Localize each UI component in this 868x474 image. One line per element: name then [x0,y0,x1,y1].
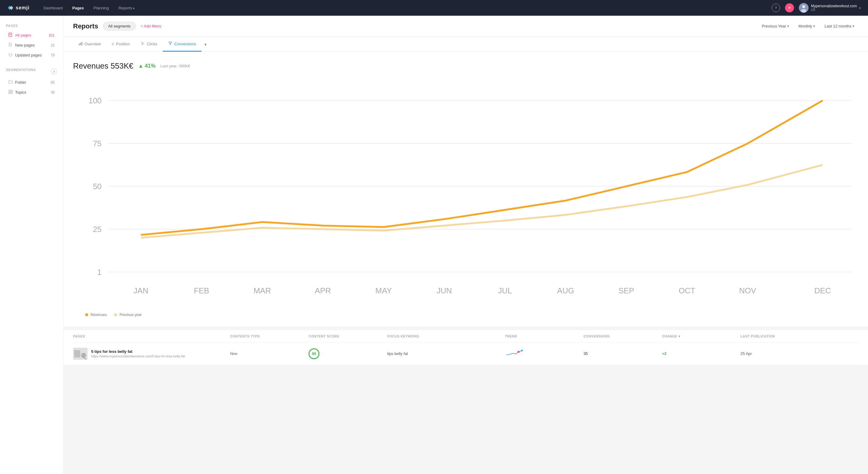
tab-overview[interactable]: Overview [73,37,106,52]
svg-text:1: 1 [97,268,101,277]
content-type-badge: New [230,352,309,356]
nav-planning[interactable]: Planning [89,4,113,12]
header-left: Reports All segments + Add filters [73,22,161,31]
tabs-bar: Overview # Position Clicks [63,37,868,52]
svg-rect-14 [9,92,10,94]
svg-text:APR: APR [315,286,331,295]
chevron-down-icon: ▾ [205,42,207,47]
updated-pages-icon [8,53,13,58]
conversions-cell: 35 [584,351,662,356]
folder-label: Folder [15,80,26,85]
updated-pages-label: Updated pages [15,53,42,57]
new-pages-icon [8,42,13,48]
svg-rect-16 [79,43,80,45]
table-header: Pages Contents type Content Score Focus … [73,330,858,343]
svg-text:MAY: MAY [375,286,392,295]
hash-icon: # [112,42,114,47]
tab-position[interactable]: # Position [106,37,135,52]
svg-text:JUL: JUL [498,286,512,295]
sidebar-item-topics[interactable]: Topics 36 [6,88,57,97]
seg-section-title: SEGMENTATIONS [6,68,36,71]
svg-text:75: 75 [93,139,102,148]
page-name: 5 tips for less belly fat [91,349,185,354]
nav-dashboard[interactable]: Dashboard [39,4,67,12]
svg-text:JAN: JAN [133,286,148,295]
focus-keyword-cell: tips belly fat [387,351,505,356]
nav-pages[interactable]: Pages [68,4,88,12]
tab-conversions[interactable]: Conversions [163,37,202,52]
svg-rect-12 [9,90,10,92]
col-contents-type: Contents type [230,334,309,338]
svg-text:MAR: MAR [254,286,271,295]
tab-more[interactable]: ▾ [202,38,210,51]
sidebar-item-new-pages[interactable]: New pages 22 [6,40,57,50]
page-info: 5 tips for less belly fat https://www.my… [91,349,185,358]
user-menu[interactable]: Mypersonalizedworkout.com US ▾ [799,3,861,13]
col-last-pub: Last publication [741,334,858,338]
plus-button[interactable]: + [785,3,794,12]
header-right: Previous Year Monthly Last 12 months [757,22,858,30]
legend-revenues: Revenues [85,313,107,317]
svg-rect-18 [82,42,83,45]
add-segmentation-button[interactable]: + [51,68,57,75]
svg-text:FEB: FEB [194,286,209,295]
sidebar-item-all-pages[interactable]: All pages 101 [6,31,57,40]
svg-text:OCT: OCT [679,286,695,295]
chart-area: Revenues 553K€ ▲ 41% Last year: 390K€ [63,52,868,327]
pct-value: 41% [145,63,155,69]
col-pages: Pages [73,334,230,338]
legend-prev-label: Previous year [120,313,142,317]
new-pages-count: 22 [51,43,55,48]
last-pub-cell: 25 Apr [741,351,858,356]
change-cell: +2 [662,351,741,356]
folder-count: 65 [51,80,55,85]
svg-text:100: 100 [89,96,101,105]
page-header: Reports All segments + Add filters Previ… [63,16,868,37]
chart-svg-wrapper: 100 75 50 25 1 JAN FEB MAR APR MAY JUN J… [73,79,858,317]
svg-point-46 [521,350,523,351]
user-dropdown-icon: ▾ [859,6,861,10]
logo[interactable]: semji [7,4,30,11]
page-title: Reports [73,22,98,30]
tab-conversions-label: Conversions [174,42,196,46]
svg-rect-42 [74,350,80,357]
segment-button[interactable]: All segments [103,22,135,31]
user-info: Mypersonalizedworkout.com US [811,4,857,12]
sidebar-item-folder[interactable]: Folder 65 [6,78,57,87]
page-url: https://www.mypersonalizedworkout.com/5-… [91,354,185,358]
all-pages-label: All pages [15,33,31,37]
monthly-filter[interactable]: Monthly [794,22,819,30]
chart-legend: Revenues Previous year [73,313,858,317]
score-value: 86 [312,352,316,356]
svg-text:DEC: DEC [814,286,831,295]
topics-icon [8,90,13,95]
last-12-months-filter[interactable]: Last 12 months [820,22,858,30]
tab-clicks[interactable]: Clicks [135,37,163,52]
add-filter-button[interactable]: + Add filters [141,24,161,28]
trend-cell [505,349,584,359]
chart-pct: ▲ 41% [138,63,155,69]
sidebar-item-updated-pages[interactable]: Updated pages 79 [6,51,57,60]
help-button[interactable]: ? [772,4,780,12]
all-pages-icon [8,33,13,38]
legend-previous-year: Previous year [114,313,142,317]
bar-chart-icon [79,41,83,47]
col-change[interactable]: Change ▾ [662,334,741,338]
svg-text:NOV: NOV [739,286,756,295]
table-row: 5 tips for less belly fat https://www.my… [73,343,858,365]
topics-label: Topics [15,90,26,94]
revenues-dot [85,313,88,316]
chart-title: Revenues 553K€ [73,61,133,71]
tab-overview-label: Overview [85,42,101,46]
svg-point-3 [802,5,805,8]
col-content-score: Content Score [309,334,387,338]
pages-section-title: PAGES [6,24,57,28]
col-conversions: Conversions [584,334,662,338]
avatar [799,3,808,13]
nav-reports[interactable]: Reports [114,4,138,12]
logo-text: semji [16,5,30,10]
topics-count: 36 [51,90,55,94]
col-trend: Trend [505,334,584,338]
table-section: Pages Contents type Content Score Focus … [63,330,868,365]
previous-year-filter[interactable]: Previous Year [757,22,793,30]
